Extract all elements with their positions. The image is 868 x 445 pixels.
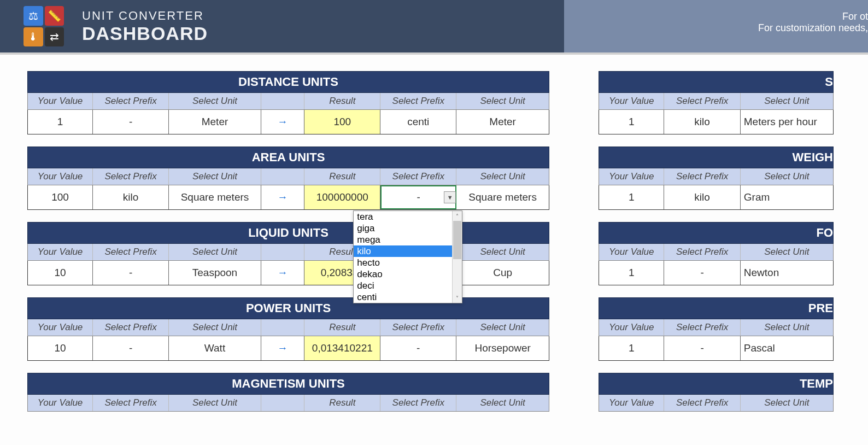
prefix-dropdown[interactable]: teragigamegakilohectodekaodecicenti ˄ ˅ <box>353 210 462 303</box>
panel-row: 1 kilo Meters per hour <box>599 110 834 134</box>
col-your-value: Your Value <box>28 319 93 336</box>
panel-r-2: FO Your Value Select Prefix Select Unit … <box>599 222 834 285</box>
result-cell: 100 <box>304 110 380 134</box>
result-cell: 100000000 <box>304 185 380 209</box>
panel-headers: Your Value Select Prefix Select Unit Res… <box>27 319 549 336</box>
unit-select-1[interactable]: Gram <box>741 185 833 209</box>
col-select-unit-2: Select Unit <box>456 395 549 411</box>
col-select-unit-2: Select Unit <box>456 244 549 260</box>
col-arrow <box>261 93 304 109</box>
header-subtitle: UNIT CONVERTER <box>82 9 208 23</box>
scroll-thumb[interactable] <box>453 221 461 259</box>
dropdown-option-giga[interactable]: giga <box>354 222 452 234</box>
col-arrow <box>261 244 304 260</box>
scroll-up-icon[interactable]: ˄ <box>453 211 462 221</box>
arrow-icon: → <box>261 110 304 134</box>
col-select-prefix: Select Prefix <box>93 319 169 336</box>
col-your-value: Your Value <box>599 93 664 109</box>
panel-2: LIQUID UNITS Your Value Select Prefix Se… <box>27 222 549 285</box>
dropdown-button[interactable]: ▼ <box>444 191 456 203</box>
value-input[interactable]: 1 <box>599 261 664 285</box>
unit-select-2[interactable]: Square meters <box>456 185 549 209</box>
prefix-select-2[interactable]: -▼ <box>380 185 456 209</box>
value-input[interactable]: 1 <box>599 110 664 134</box>
col-select-unit: Select Unit <box>741 395 833 411</box>
col-arrow <box>261 319 304 336</box>
unit-select-1[interactable]: Pascal <box>741 336 833 360</box>
unit-select-1[interactable]: Meters per hour <box>741 110 833 134</box>
col-your-value: Your Value <box>599 319 664 336</box>
col-select-unit-2: Select Unit <box>456 319 549 336</box>
panel-title: POWER UNITS <box>27 297 549 319</box>
panel-title: PRE <box>599 297 834 319</box>
panel-3: POWER UNITS Your Value Select Prefix Sel… <box>27 297 549 361</box>
panel-headers: Your Value Select Prefix Select Unit Res… <box>27 244 549 261</box>
prefix-select-1[interactable]: kilo <box>664 110 740 134</box>
prefix-select-1[interactable]: - <box>664 261 740 285</box>
unit-select-1[interactable]: Square meters <box>169 185 261 209</box>
prefix-select-1[interactable]: - <box>93 261 169 285</box>
col-your-value: Your Value <box>599 244 664 260</box>
col-select-prefix-2: Select Prefix <box>380 93 456 109</box>
prefix-select-2[interactable]: centi <box>380 110 456 134</box>
unit-select-2[interactable]: Cup <box>456 261 549 285</box>
col-select-unit: Select Unit <box>169 93 261 109</box>
header-title: DASHBOARD <box>82 23 208 44</box>
value-input[interactable]: 1 <box>28 110 93 134</box>
col-result: Result <box>304 168 380 185</box>
dropdown-option-deci[interactable]: deci <box>354 280 452 291</box>
arrow-icon: → <box>261 185 304 209</box>
dropdown-scrollbar[interactable]: ˄ ˅ <box>452 211 462 303</box>
col-select-unit: Select Unit <box>741 93 833 109</box>
panel-title: S <box>599 71 834 93</box>
prefix-select-1[interactable]: - <box>93 110 169 134</box>
result-cell: 0,013410221 <box>304 336 380 360</box>
col-select-unit: Select Unit <box>169 244 261 260</box>
panel-0: DISTANCE UNITS Your Value Select Prefix … <box>27 71 549 134</box>
unit-select-1[interactable]: Meter <box>169 110 261 134</box>
unit-select-1[interactable]: Newton <box>741 261 833 285</box>
value-input[interactable]: 10 <box>28 261 93 285</box>
value-input[interactable]: 100 <box>28 185 93 209</box>
scroll-down-icon[interactable]: ˅ <box>453 293 462 303</box>
col-select-unit-2: Select Unit <box>456 168 549 185</box>
unit-select-1[interactable]: Watt <box>169 336 261 360</box>
col-select-prefix: Select Prefix <box>664 93 740 109</box>
dropdown-option-tera[interactable]: tera <box>354 211 452 222</box>
col-select-prefix-2: Select Prefix <box>380 168 456 185</box>
panel-row: 10 - Watt → 0,013410221 - Horsepower <box>27 336 549 361</box>
col-select-unit: Select Unit <box>169 319 261 336</box>
unit-select-2[interactable]: Horsepower <box>456 336 549 360</box>
prefix-select-2[interactable]: - <box>380 336 456 360</box>
col-select-prefix: Select Prefix <box>664 319 740 336</box>
prefix-select-1[interactable]: kilo <box>664 185 740 209</box>
ruler-icon: 📏 <box>45 6 64 26</box>
col-your-value: Your Value <box>28 93 93 109</box>
col-your-value: Your Value <box>599 395 664 411</box>
dropdown-option-centi[interactable]: centi <box>354 291 452 303</box>
panel-headers: Your Value Select Prefix Select Unit Res… <box>27 168 549 185</box>
prefix-select-1[interactable]: - <box>664 336 740 360</box>
panel-4: MAGNETISM UNITS Your Value Select Prefix… <box>27 373 549 412</box>
panel-title: DISTANCE UNITS <box>27 71 549 93</box>
value-input[interactable]: 1 <box>599 336 664 360</box>
panel-row: 10 - Teaspoon → 0,208333 Cup <box>27 261 549 285</box>
swap-icon: ⇄ <box>45 27 64 47</box>
col-arrow <box>261 395 304 411</box>
unit-select-1[interactable]: Teaspoon <box>169 261 261 285</box>
prefix-select-1[interactable]: - <box>93 336 169 360</box>
prefix-select-1[interactable]: kilo <box>93 185 169 209</box>
dropdown-option-kilo[interactable]: kilo <box>354 245 452 257</box>
col-result: Result <box>304 395 380 411</box>
panel-r-0: S Your Value Select Prefix Select Unit 1… <box>599 71 834 134</box>
weight-icon: ⚖ <box>24 6 43 26</box>
value-input[interactable]: 10 <box>28 336 93 360</box>
col-select-prefix: Select Prefix <box>93 244 169 260</box>
col-select-prefix: Select Prefix <box>93 168 169 185</box>
panel-headers: Your Value Select Prefix Select Unit <box>599 319 834 336</box>
dropdown-option-mega[interactable]: mega <box>354 234 452 245</box>
value-input[interactable]: 1 <box>599 185 664 209</box>
dropdown-option-hecto[interactable]: hecto <box>354 257 452 268</box>
dropdown-option-dekao[interactable]: dekao <box>354 268 452 280</box>
unit-select-2[interactable]: Meter <box>456 110 549 134</box>
